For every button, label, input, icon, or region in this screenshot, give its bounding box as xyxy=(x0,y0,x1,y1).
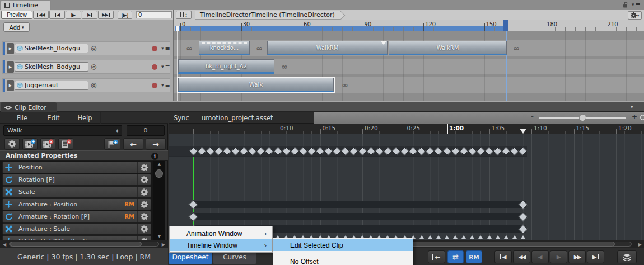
magnifier-icon[interactable] xyxy=(640,114,644,122)
root-motion-toggle[interactable]: RM xyxy=(466,250,482,263)
clip-editor-pane-menu-icon[interactable]: ▾≡ xyxy=(631,105,640,110)
track-target-icon[interactable]: ◎ xyxy=(91,81,96,89)
track-menu-icon[interactable]: ▾≡ xyxy=(161,83,170,88)
track-object-field[interactable]: SkelMesh_Bodygu xyxy=(15,62,88,72)
menu-item-timeline-window[interactable]: Timeline Window› xyxy=(170,239,272,251)
add-event-button[interactable]: + xyxy=(104,138,120,150)
track-menu-icon[interactable]: ▾≡ xyxy=(161,46,170,51)
tab-timeline[interactable]: Timeline xyxy=(1,0,51,10)
play-backwards-button[interactable]: ◀ xyxy=(531,250,549,263)
last-frame-button[interactable]: ▶ xyxy=(587,250,604,263)
info-icon[interactable]: i xyxy=(151,153,158,160)
animated-property-row[interactable]: Position xyxy=(2,162,151,173)
properties-vertical-scrollbar[interactable]: ▲ ▼ xyxy=(153,161,165,240)
property-gear-button[interactable] xyxy=(137,187,151,197)
property-gear-button[interactable] xyxy=(137,162,151,173)
property-gear-button[interactable] xyxy=(137,211,151,222)
jump-to-clip-start-button[interactable]: ← xyxy=(428,250,445,263)
timeline-clip[interactable]: knockdo... xyxy=(199,41,250,55)
property-gear-button[interactable] xyxy=(137,236,151,240)
keyframe-marker[interactable] xyxy=(512,235,517,239)
preview-button[interactable]: Preview xyxy=(1,11,32,19)
timeline-playhead-flag[interactable] xyxy=(176,26,179,31)
keyframe-marker[interactable] xyxy=(487,235,492,239)
animated-property-row[interactable]: Armature : Rotation [P]RM xyxy=(2,211,151,223)
keyframe-marker[interactable] xyxy=(496,235,500,239)
track-foldout-button[interactable]: ▶ xyxy=(7,61,14,73)
track-object-field[interactable]: Juggernaut xyxy=(15,81,88,90)
keyframe-marker[interactable] xyxy=(504,235,508,239)
keyframe-marker[interactable] xyxy=(445,235,449,239)
keyframe-marker[interactable] xyxy=(419,235,424,239)
pane-menu-icon[interactable]: ▾≡ xyxy=(632,2,641,7)
menu-item-animation-window[interactable]: Animation Window› xyxy=(170,228,272,239)
animated-property-row[interactable]: GATRigHub001 : Position xyxy=(2,235,151,240)
track-foldout-button[interactable]: ▶ xyxy=(7,80,14,91)
timeline-options-button[interactable]: ▴▾ xyxy=(176,11,192,19)
menu-item-edit-selected-clip[interactable]: Edit Selected Clip xyxy=(273,239,413,251)
add-track-button[interactable]: Add ▾ xyxy=(3,22,30,32)
property-key-range-bar[interactable] xyxy=(192,213,526,220)
zoom-out-button[interactable]: - xyxy=(531,113,534,121)
keyframe-marker[interactable] xyxy=(521,235,525,239)
track-menu-icon[interactable]: ▾≡ xyxy=(161,64,170,69)
animated-property-row[interactable]: Scale xyxy=(2,186,151,198)
goto-begin-button[interactable]: ◀◀ xyxy=(33,11,49,19)
record-dot[interactable] xyxy=(152,46,157,51)
timeline-frame-field[interactable]: 0 xyxy=(136,11,172,18)
menu-edit[interactable]: Edit xyxy=(38,112,69,124)
next-frame-button[interactable]: ▶ xyxy=(82,11,97,19)
tab-clip-editor[interactable]: Clip Editor xyxy=(1,102,57,112)
add-clip-button[interactable]: + xyxy=(22,138,38,150)
keyframe-marker[interactable] xyxy=(436,235,441,239)
animated-property-row[interactable]: Rotation [P] xyxy=(2,174,151,186)
animated-property-row[interactable]: Armature : Scale xyxy=(2,223,151,235)
animation-layers-button[interactable] xyxy=(617,250,637,263)
next-frame-button[interactable]: → xyxy=(146,138,166,150)
remove-clip-button[interactable]: × xyxy=(40,138,55,150)
play-range-button[interactable]: [▶] xyxy=(118,11,132,19)
keyframe-marker[interactable] xyxy=(470,235,474,239)
track-foldout-button[interactable]: ▶ xyxy=(7,43,14,54)
track-target-icon[interactable]: ◎ xyxy=(91,44,96,52)
timeline-clip[interactable]: hk_rh_right_A2 xyxy=(178,59,274,74)
track-target-icon[interactable]: ◎ xyxy=(91,63,96,70)
clip-frame-field[interactable]: 0 xyxy=(127,125,165,136)
clip-settings-gear-button[interactable] xyxy=(4,138,20,150)
track-object-field[interactable]: SkelMesh_Bodygu xyxy=(15,44,88,53)
clip-end-marker[interactable] xyxy=(520,129,526,134)
dopesheet-ruler[interactable]: 0:100:150:200:251:001:051:101:151:20 xyxy=(169,124,644,134)
scroll-left-icon[interactable]: ◀ xyxy=(3,242,6,247)
keyframe-marker[interactable] xyxy=(453,235,458,239)
zoom-in-button[interactable]: + xyxy=(632,113,637,121)
scrollbar-thumb[interactable] xyxy=(155,169,163,178)
menu-help[interactable]: Help xyxy=(69,112,101,124)
first-frame-button[interactable]: ◀ xyxy=(494,250,512,263)
timeline-end-marker[interactable] xyxy=(503,20,508,31)
scroll-up-icon[interactable]: ▲ xyxy=(153,162,165,167)
previous-keyframe-button[interactable]: ◀◀ xyxy=(513,250,530,263)
breadcrumb[interactable]: TimelineDirectorTimeline (TimelineDirect… xyxy=(195,11,341,20)
next-keyframe-button[interactable]: ▶▶ xyxy=(568,250,586,263)
play-button[interactable]: ▶ xyxy=(66,11,81,19)
record-dot[interactable] xyxy=(152,64,157,70)
scroll-right-icon[interactable]: ▶ xyxy=(638,242,642,247)
goto-end-button[interactable]: ▶▶ xyxy=(98,11,114,19)
property-key-range-bar[interactable] xyxy=(192,201,526,208)
property-gear-button[interactable] xyxy=(137,199,151,210)
menu-item-no-offset[interactable]: No Offset xyxy=(273,255,413,265)
clip-select-dropdown[interactable]: Walk ▴▾ xyxy=(3,125,122,136)
sync-menu[interactable]: Sync xyxy=(174,112,189,124)
previous-frame-button[interactable]: ← xyxy=(123,138,143,150)
keyframe-marker[interactable] xyxy=(461,235,466,239)
scrollbar-thumb[interactable] xyxy=(10,242,142,247)
property-gear-button[interactable] xyxy=(137,224,151,234)
settings-gear-button[interactable]: ▾ xyxy=(628,11,642,20)
keyframe-marker[interactable] xyxy=(428,235,432,239)
previous-frame-button[interactable]: ◀ xyxy=(49,11,65,19)
loop-playback-toggle[interactable]: ⇄ xyxy=(447,250,464,263)
animated-property-row[interactable]: Armature : PositionRM xyxy=(2,198,151,210)
menu-file[interactable]: File xyxy=(7,112,38,124)
zoom-slider-thumb[interactable] xyxy=(579,114,586,121)
record-dot[interactable] xyxy=(152,83,157,88)
